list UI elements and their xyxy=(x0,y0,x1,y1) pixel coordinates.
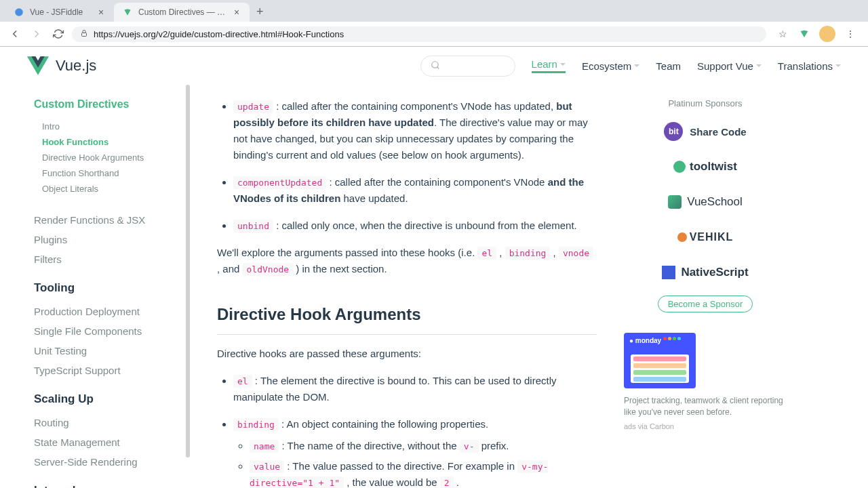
svg-point-0 xyxy=(15,8,23,16)
browser-chrome: Vue - JSFiddle × Custom Directives — Vue… xyxy=(0,0,868,47)
sidebar-item-production[interactable]: Production Deployment xyxy=(34,302,190,321)
hook-component-updated: componentUpdated : called after the cont… xyxy=(233,174,597,207)
nativescript-icon xyxy=(662,266,675,279)
arg-binding: binding : An object containing the follo… xyxy=(233,416,597,488)
browser-tab-vue-active[interactable]: Custom Directives — Vue.js × xyxy=(114,3,250,22)
vue-devtools-icon[interactable] xyxy=(797,27,811,41)
nav-translations[interactable]: Translations xyxy=(778,60,841,72)
close-icon[interactable]: × xyxy=(96,7,106,17)
sidebar-heading-tooling: Tooling xyxy=(34,281,190,295)
url-text: https://vuejs.org/v2/guide/custom-direct… xyxy=(94,29,344,39)
bit-icon: bit xyxy=(664,122,683,141)
vue-favicon-icon xyxy=(122,7,133,18)
code-unbind: unbind xyxy=(233,220,273,232)
explore-paragraph: We'll explore the arguments passed into … xyxy=(217,245,597,277)
main-content: update : called after the containing com… xyxy=(190,85,624,488)
sidebar-item-plugins[interactable]: Plugins xyxy=(34,230,190,249)
browser-tab-jsfiddle[interactable]: Vue - JSFiddle × xyxy=(5,3,114,22)
ad-text[interactable]: Project tracking, teamwork & client repo… xyxy=(624,395,787,418)
menu-icon[interactable]: ⋮ xyxy=(844,27,857,41)
page-header: Vue.js Learn Ecosystem Team Support Vue … xyxy=(0,47,868,85)
become-sponsor-button[interactable]: Become a Sponsor xyxy=(658,296,753,312)
sponsor-bit[interactable]: bitShare Code xyxy=(624,119,787,144)
sidebar-item-state[interactable]: State Management xyxy=(34,432,190,452)
forward-button[interactable] xyxy=(28,26,45,42)
tooltwist-icon xyxy=(673,161,686,173)
svg-line-5 xyxy=(437,66,439,68)
ad-via[interactable]: ads via Carbon xyxy=(624,422,787,430)
hook-unbind: unbind : called only once, when the dire… xyxy=(233,218,597,234)
sponsor-vueschool[interactable]: VueSchool xyxy=(624,190,787,214)
tab-title: Vue - JSFiddle xyxy=(30,7,91,17)
tab-title: Custom Directives — Vue.js xyxy=(138,7,226,17)
sidebar-item-ssr[interactable]: Server-Side Rendering xyxy=(34,452,190,472)
sponsor-nativescript[interactable]: NativeScript xyxy=(624,260,787,285)
chevron-down-icon xyxy=(756,64,762,67)
right-sidebar: Platinum Sponsors bitShare Code tooltwis… xyxy=(624,85,800,488)
svg-point-4 xyxy=(431,61,437,67)
sidebar-title[interactable]: Custom Directives xyxy=(34,98,190,110)
jsfiddle-favicon-icon xyxy=(14,7,24,18)
sidebar-heading-internals: Internals xyxy=(34,484,190,488)
svg-marker-1 xyxy=(124,9,130,15)
sponsor-tooltwist[interactable]: tooltwist xyxy=(624,155,787,179)
arg-el: el : The element the directive is bound … xyxy=(233,373,597,405)
star-icon[interactable]: ☆ xyxy=(776,27,789,41)
address-bar[interactable]: https://vuejs.org/v2/guide/custom-direct… xyxy=(72,26,766,42)
sponsor-vehikl[interactable]: VEHIKL xyxy=(624,225,787,249)
profile-avatar[interactable] xyxy=(819,26,835,42)
nav-team[interactable]: Team xyxy=(656,60,681,72)
chevron-down-icon xyxy=(560,63,566,66)
binding-name: name : The name of the directive, withou… xyxy=(250,438,597,454)
sidebar-sub-shorthand[interactable]: Function Shorthand xyxy=(34,165,190,181)
nav-section: Learn Ecosystem Team Support Vue Transla… xyxy=(420,56,841,77)
search-input[interactable] xyxy=(420,56,515,77)
sidebar-heading-scaling: Scaling Up xyxy=(34,392,190,406)
sidebar-sub-intro[interactable]: Intro xyxy=(34,119,190,134)
svg-marker-3 xyxy=(801,30,808,38)
sidebar: Custom Directives Intro Hook Functions D… xyxy=(0,85,190,488)
args-intro: Directive hooks are passed these argumen… xyxy=(217,346,597,362)
sidebar-item-sfc[interactable]: Single File Components xyxy=(34,321,190,341)
sidebar-sub-object-literals[interactable]: Object Literals xyxy=(34,181,190,197)
vueschool-icon xyxy=(668,195,682,209)
heading-directive-hook-arguments: Directive Hook Arguments xyxy=(217,302,597,335)
sidebar-item-filters[interactable]: Filters xyxy=(34,249,190,269)
code-update: update xyxy=(233,100,273,113)
sidebar-item-testing[interactable]: Unit Testing xyxy=(34,341,190,361)
nav-ecosystem[interactable]: Ecosystem xyxy=(582,60,639,72)
close-icon[interactable]: × xyxy=(232,7,241,17)
logo-text: Vue.js xyxy=(56,57,96,75)
svg-rect-2 xyxy=(82,33,87,36)
toolbar-icons: ☆ ⋮ xyxy=(772,26,861,42)
sidebar-item-typescript[interactable]: TypeScript Support xyxy=(34,361,190,380)
new-tab-button[interactable]: + xyxy=(250,2,271,22)
lock-icon xyxy=(80,29,88,39)
carbon-ad-image[interactable]: ● monday xyxy=(624,333,696,388)
sidebar-item-routing[interactable]: Routing xyxy=(34,413,190,432)
sponsor-label: Platinum Sponsors xyxy=(624,98,787,108)
search-icon xyxy=(431,60,440,72)
sidebar-sub-directive-args[interactable]: Directive Hook Arguments xyxy=(34,150,190,165)
reload-button[interactable] xyxy=(50,26,66,42)
vehikl-icon xyxy=(677,232,687,242)
back-button[interactable] xyxy=(7,26,23,42)
code-component-updated: componentUpdated xyxy=(233,176,326,189)
sidebar-item-render[interactable]: Render Functions & JSX xyxy=(34,210,190,230)
nav-support[interactable]: Support Vue xyxy=(697,60,762,72)
sidebar-sub-hook-functions[interactable]: Hook Functions xyxy=(34,134,190,150)
binding-value: value : The value passed to the directiv… xyxy=(250,458,597,488)
tabs-bar: Vue - JSFiddle × Custom Directives — Vue… xyxy=(0,0,868,22)
chevron-down-icon xyxy=(835,64,841,67)
sidebar-scrollbar[interactable] xyxy=(186,85,190,488)
nav-learn[interactable]: Learn xyxy=(532,58,566,73)
chevron-down-icon xyxy=(634,64,639,67)
logo[interactable]: Vue.js xyxy=(27,55,96,77)
browser-toolbar: https://vuejs.org/v2/guide/custom-direct… xyxy=(0,22,868,46)
hook-update: update : called after the containing com… xyxy=(233,98,597,163)
vue-logo-icon xyxy=(27,55,49,77)
